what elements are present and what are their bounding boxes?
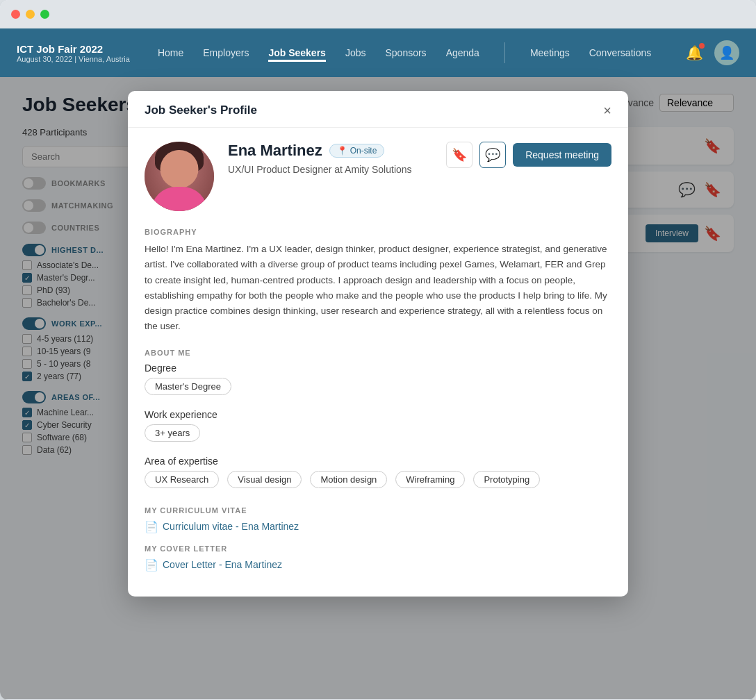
- cover-letter-label: MY COVER LETTER: [145, 544, 611, 553]
- maximize-window-btn[interactable]: [40, 10, 49, 19]
- cv-label: MY CURRICULUM VITAE: [145, 506, 611, 515]
- profile-name: Ena Martinez: [228, 142, 322, 160]
- cv-link[interactable]: 📄 Curriculum vitae - Ena Martinez: [145, 520, 611, 533]
- tag-ux-research: UX Research: [145, 471, 219, 488]
- notification-badge: [699, 43, 705, 49]
- brand-title: ICT Job Fair 2022: [17, 43, 130, 55]
- avatar-image: [145, 142, 214, 211]
- degree-tags: Master's Degree: [145, 378, 611, 399]
- nav-sponsors[interactable]: Sponsors: [385, 44, 426, 61]
- file-icon: 📄: [145, 520, 158, 533]
- cover-letter-section: MY COVER LETTER 📄 Cover Letter - Ena Mar…: [145, 544, 611, 572]
- brand-subtitle: August 30, 2022 | Vienna, Austria: [17, 55, 130, 63]
- tag-motion-design: Motion design: [310, 471, 387, 488]
- modal-overlay[interactable]: Job Seeker's Profile ×: [0, 77, 756, 699]
- cover-file-icon: 📄: [145, 558, 158, 572]
- work-exp-tag: 3+ years: [145, 424, 200, 442]
- page-background: Job Seekers Relevance Relevance Name Dat…: [0, 77, 756, 699]
- work-exp-field-label: Work experience: [145, 409, 611, 420]
- nav-employers[interactable]: Employers: [203, 44, 249, 61]
- window-chrome: [0, 0, 756, 28]
- location-badge: 📍 On-site: [329, 144, 385, 158]
- navbar: ICT Job Fair 2022 August 30, 2022 | Vien…: [0, 28, 756, 77]
- tag-wireframing: Wireframing: [395, 471, 465, 488]
- modal-body: Ena Martinez 📍 On-site UX/UI Product Des…: [128, 128, 628, 597]
- tag-prototyping: Prototyping: [473, 471, 540, 488]
- brand: ICT Job Fair 2022 August 30, 2022 | Vien…: [17, 43, 130, 63]
- biography-label: BIOGRAPHY: [145, 228, 611, 236]
- modal-close-button[interactable]: ×: [603, 103, 611, 117]
- profile-bookmark-button[interactable]: 🔖: [446, 142, 472, 168]
- profile-avatar: [145, 142, 214, 211]
- notifications-button[interactable]: 🔔: [686, 44, 703, 61]
- cv-link-text: Curriculum vitae - Ena Martinez: [163, 521, 299, 532]
- degree-field-label: Degree: [145, 362, 611, 374]
- about-me-section: Degree Master's Degree Work experience 3…: [145, 362, 611, 492]
- nav-conversations[interactable]: Conversations: [589, 44, 652, 61]
- cv-section: MY CURRICULUM VITAE 📄 Curriculum vitae -…: [145, 506, 611, 533]
- navbar-actions: 🔔 👤: [686, 40, 739, 65]
- minimize-window-btn[interactable]: [26, 10, 35, 19]
- profile-job-title: UX/UI Product Designer at Amity Solution…: [228, 164, 432, 175]
- profile-modal: Job Seeker's Profile ×: [128, 91, 628, 597]
- about-me-label: ABOUT ME: [145, 349, 611, 357]
- nav-home[interactable]: Home: [158, 44, 183, 61]
- tag-visual-design: Visual design: [227, 471, 302, 488]
- profile-section: Ena Martinez 📍 On-site UX/UI Product Des…: [145, 142, 611, 211]
- cover-link-text: Cover Letter - Ena Martinez: [163, 559, 282, 570]
- location-pin-icon: 📍: [337, 146, 347, 156]
- profile-info: Ena Martinez 📍 On-site UX/UI Product Des…: [228, 142, 432, 175]
- cover-letter-link[interactable]: 📄 Cover Letter - Ena Martinez: [145, 558, 611, 572]
- profile-chat-button[interactable]: 💬: [479, 142, 506, 168]
- modal-title: Job Seeker's Profile: [145, 103, 257, 117]
- request-meeting-button[interactable]: Request meeting: [513, 143, 611, 167]
- nav-divider: [504, 42, 505, 63]
- degree-tag: Master's Degree: [145, 378, 231, 395]
- profile-name-row: Ena Martinez 📍 On-site: [228, 142, 432, 160]
- nav-links: Home Employers Job Seekers Jobs Sponsors…: [158, 42, 686, 63]
- expertise-field-label: Area of expertise: [145, 456, 611, 467]
- profile-actions: 🔖 💬 Request meeting: [446, 142, 611, 168]
- nav-meetings[interactable]: Meetings: [530, 44, 570, 61]
- expertise-tags: UX Research Visual design Motion design …: [145, 471, 611, 492]
- nav-jobs[interactable]: Jobs: [345, 44, 366, 61]
- nav-job-seekers[interactable]: Job Seekers: [268, 44, 326, 62]
- modal-header: Job Seeker's Profile ×: [128, 91, 628, 128]
- avatar[interactable]: 👤: [714, 40, 739, 65]
- biography-text: Hello! I'm Ena Martinez. I'm a UX leader…: [145, 242, 611, 335]
- nav-agenda[interactable]: Agenda: [446, 44, 479, 61]
- work-exp-tags: 3+ years: [145, 424, 611, 446]
- close-window-btn[interactable]: [11, 10, 20, 19]
- location-text: On-site: [350, 146, 377, 156]
